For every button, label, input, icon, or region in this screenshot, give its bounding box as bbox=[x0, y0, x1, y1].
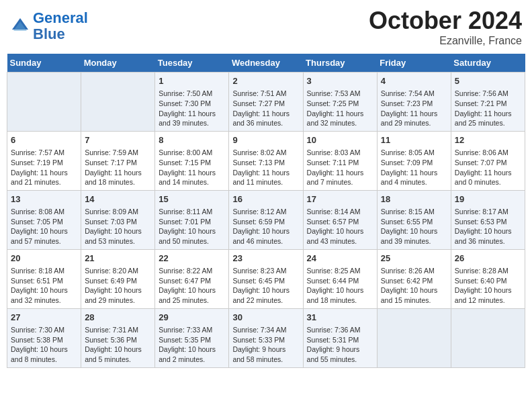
weekday-header: Wednesday bbox=[229, 54, 303, 73]
calendar-week-row: 27Sunrise: 7:30 AM Sunset: 5:38 PM Dayli… bbox=[7, 308, 525, 367]
cell-content: Sunrise: 8:02 AM Sunset: 7:13 PM Dayligh… bbox=[232, 148, 299, 187]
calendar-cell: 30Sunrise: 7:34 AM Sunset: 5:33 PM Dayli… bbox=[229, 308, 303, 367]
day-number: 19 bbox=[455, 193, 521, 205]
calendar-cell: 12Sunrise: 8:06 AM Sunset: 7:07 PM Dayli… bbox=[451, 131, 525, 190]
cell-content: Sunrise: 8:20 AM Sunset: 6:49 PM Dayligh… bbox=[85, 266, 151, 306]
day-number: 2 bbox=[232, 75, 299, 87]
cell-content: Sunrise: 8:23 AM Sunset: 6:45 PM Dayligh… bbox=[232, 266, 299, 306]
month-title: October 2024 bbox=[369, 7, 522, 35]
calendar-cell: 31Sunrise: 7:36 AM Sunset: 5:31 PM Dayli… bbox=[303, 308, 377, 367]
calendar-cell bbox=[451, 308, 525, 367]
day-number: 18 bbox=[381, 193, 447, 205]
day-number: 14 bbox=[85, 193, 151, 205]
cell-content: Sunrise: 8:14 AM Sunset: 6:57 PM Dayligh… bbox=[307, 207, 373, 246]
calendar-cell: 20Sunrise: 8:18 AM Sunset: 6:51 PM Dayli… bbox=[7, 249, 81, 308]
cell-content: Sunrise: 8:00 AM Sunset: 7:15 PM Dayligh… bbox=[159, 148, 225, 187]
calendar-cell: 17Sunrise: 8:14 AM Sunset: 6:57 PM Dayli… bbox=[303, 190, 377, 249]
calendar-cell: 22Sunrise: 8:22 AM Sunset: 6:47 PM Dayli… bbox=[155, 249, 229, 308]
cell-content: Sunrise: 8:11 AM Sunset: 7:01 PM Dayligh… bbox=[159, 207, 225, 246]
day-number: 5 bbox=[455, 75, 521, 87]
weekday-header-row: SundayMondayTuesdayWednesdayThursdayFrid… bbox=[7, 54, 525, 73]
calendar-cell: 24Sunrise: 8:25 AM Sunset: 6:44 PM Dayli… bbox=[303, 249, 377, 308]
day-number: 10 bbox=[307, 134, 373, 146]
cell-content: Sunrise: 7:59 AM Sunset: 7:17 PM Dayligh… bbox=[85, 148, 151, 187]
calendar-cell: 23Sunrise: 8:23 AM Sunset: 6:45 PM Dayli… bbox=[229, 249, 303, 308]
calendar-table: SundayMondayTuesdayWednesdayThursdayFrid… bbox=[7, 54, 525, 368]
calendar-cell: 6Sunrise: 7:57 AM Sunset: 7:19 PM Daylig… bbox=[7, 131, 81, 190]
day-number: 8 bbox=[159, 134, 225, 146]
day-number: 13 bbox=[11, 193, 77, 205]
logo-icon bbox=[10, 16, 30, 36]
calendar-cell bbox=[7, 73, 81, 132]
cell-content: Sunrise: 7:54 AM Sunset: 7:23 PM Dayligh… bbox=[381, 89, 447, 128]
calendar-week-row: 6Sunrise: 7:57 AM Sunset: 7:19 PM Daylig… bbox=[7, 131, 525, 190]
day-number: 28 bbox=[85, 312, 151, 324]
calendar-cell: 2Sunrise: 7:51 AM Sunset: 7:27 PM Daylig… bbox=[229, 73, 303, 132]
day-number: 27 bbox=[11, 312, 77, 324]
calendar-cell: 25Sunrise: 8:26 AM Sunset: 6:42 PM Dayli… bbox=[377, 249, 451, 308]
cell-content: Sunrise: 8:17 AM Sunset: 6:53 PM Dayligh… bbox=[455, 207, 521, 246]
day-number: 4 bbox=[381, 75, 447, 87]
day-number: 25 bbox=[381, 253, 447, 265]
cell-content: Sunrise: 7:51 AM Sunset: 7:27 PM Dayligh… bbox=[232, 89, 299, 128]
day-number: 3 bbox=[307, 75, 373, 87]
day-number: 22 bbox=[159, 253, 225, 265]
day-number: 15 bbox=[159, 193, 225, 205]
calendar-cell bbox=[81, 73, 155, 132]
day-number: 31 bbox=[307, 312, 373, 324]
cell-content: Sunrise: 7:33 AM Sunset: 5:35 PM Dayligh… bbox=[159, 325, 225, 365]
calendar-cell: 21Sunrise: 8:20 AM Sunset: 6:49 PM Dayli… bbox=[81, 249, 155, 308]
day-number: 9 bbox=[232, 134, 299, 146]
calendar-cell: 1Sunrise: 7:50 AM Sunset: 7:30 PM Daylig… bbox=[155, 73, 229, 132]
calendar-cell: 28Sunrise: 7:31 AM Sunset: 5:36 PM Dayli… bbox=[81, 308, 155, 367]
cell-content: Sunrise: 8:09 AM Sunset: 7:03 PM Dayligh… bbox=[85, 207, 151, 246]
day-number: 20 bbox=[11, 253, 77, 265]
weekday-header: Saturday bbox=[451, 54, 525, 73]
calendar-cell: 27Sunrise: 7:30 AM Sunset: 5:38 PM Dayli… bbox=[7, 308, 81, 367]
day-number: 16 bbox=[232, 193, 299, 205]
day-number: 24 bbox=[307, 253, 373, 265]
calendar-cell: 16Sunrise: 8:12 AM Sunset: 6:59 PM Dayli… bbox=[229, 190, 303, 249]
cell-content: Sunrise: 7:57 AM Sunset: 7:19 PM Dayligh… bbox=[11, 148, 77, 187]
weekday-header: Tuesday bbox=[155, 54, 229, 73]
cell-content: Sunrise: 7:56 AM Sunset: 7:21 PM Dayligh… bbox=[455, 89, 521, 128]
cell-content: Sunrise: 8:12 AM Sunset: 6:59 PM Dayligh… bbox=[232, 207, 299, 246]
day-number: 30 bbox=[232, 312, 299, 324]
day-number: 26 bbox=[455, 253, 521, 265]
cell-content: Sunrise: 8:25 AM Sunset: 6:44 PM Dayligh… bbox=[307, 266, 373, 306]
calendar-cell: 29Sunrise: 7:33 AM Sunset: 5:35 PM Dayli… bbox=[155, 308, 229, 367]
cell-content: Sunrise: 7:34 AM Sunset: 5:33 PM Dayligh… bbox=[232, 325, 299, 365]
day-number: 17 bbox=[307, 193, 373, 205]
cell-content: Sunrise: 8:03 AM Sunset: 7:11 PM Dayligh… bbox=[307, 148, 373, 187]
calendar-cell: 8Sunrise: 8:00 AM Sunset: 7:15 PM Daylig… bbox=[155, 131, 229, 190]
weekday-header: Monday bbox=[81, 54, 155, 73]
calendar-cell: 9Sunrise: 8:02 AM Sunset: 7:13 PM Daylig… bbox=[229, 131, 303, 190]
cell-content: Sunrise: 7:50 AM Sunset: 7:30 PM Dayligh… bbox=[159, 89, 225, 128]
cell-content: Sunrise: 8:28 AM Sunset: 6:40 PM Dayligh… bbox=[455, 266, 521, 306]
cell-content: Sunrise: 8:05 AM Sunset: 7:09 PM Dayligh… bbox=[381, 148, 447, 187]
cell-content: Sunrise: 8:15 AM Sunset: 6:55 PM Dayligh… bbox=[381, 207, 447, 246]
calendar-cell: 18Sunrise: 8:15 AM Sunset: 6:55 PM Dayli… bbox=[377, 190, 451, 249]
cell-content: Sunrise: 8:22 AM Sunset: 6:47 PM Dayligh… bbox=[159, 266, 225, 306]
calendar-cell: 3Sunrise: 7:53 AM Sunset: 7:25 PM Daylig… bbox=[303, 73, 377, 132]
weekday-header: Thursday bbox=[303, 54, 377, 73]
day-number: 1 bbox=[159, 75, 225, 87]
day-number: 7 bbox=[85, 134, 151, 146]
calendar-week-row: 13Sunrise: 8:08 AM Sunset: 7:05 PM Dayli… bbox=[7, 190, 525, 249]
logo-text: General Blue bbox=[33, 10, 88, 42]
day-number: 29 bbox=[159, 312, 225, 324]
calendar-cell: 13Sunrise: 8:08 AM Sunset: 7:05 PM Dayli… bbox=[7, 190, 81, 249]
day-number: 11 bbox=[381, 134, 447, 146]
calendar-cell: 15Sunrise: 8:11 AM Sunset: 7:01 PM Dayli… bbox=[155, 190, 229, 249]
cell-content: Sunrise: 7:31 AM Sunset: 5:36 PM Dayligh… bbox=[85, 325, 151, 365]
calendar-cell: 14Sunrise: 8:09 AM Sunset: 7:03 PM Dayli… bbox=[81, 190, 155, 249]
cell-content: Sunrise: 8:18 AM Sunset: 6:51 PM Dayligh… bbox=[11, 266, 77, 306]
calendar-cell bbox=[377, 308, 451, 367]
day-number: 21 bbox=[85, 253, 151, 265]
calendar-cell: 10Sunrise: 8:03 AM Sunset: 7:11 PM Dayli… bbox=[303, 131, 377, 190]
day-number: 12 bbox=[455, 134, 521, 146]
day-number: 23 bbox=[232, 253, 299, 265]
calendar-cell: 7Sunrise: 7:59 AM Sunset: 7:17 PM Daylig… bbox=[81, 131, 155, 190]
logo: General Blue bbox=[10, 10, 88, 42]
calendar-cell: 26Sunrise: 8:28 AM Sunset: 6:40 PM Dayli… bbox=[451, 249, 525, 308]
